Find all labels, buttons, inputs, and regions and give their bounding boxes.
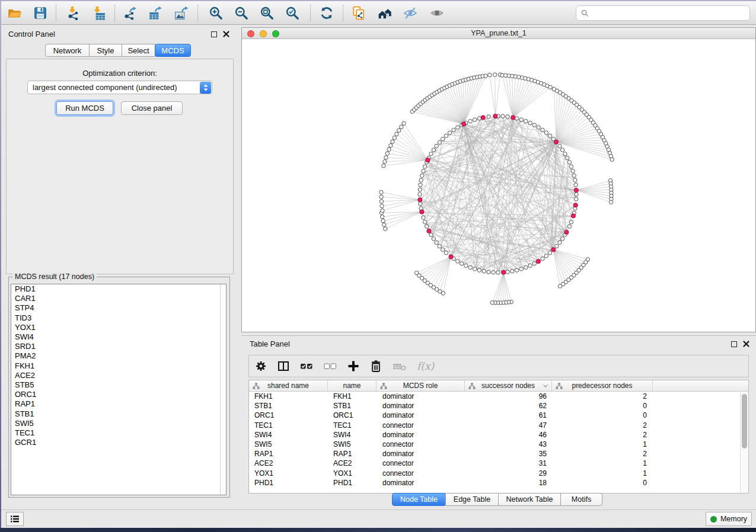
network-node[interactable]	[528, 121, 532, 124]
table-row[interactable]: STB1STB1dominator620	[249, 401, 748, 411]
network-node[interactable]	[473, 267, 477, 271]
zoom-in-button[interactable]	[206, 4, 226, 23]
minimize-window-icon[interactable]	[260, 30, 267, 37]
hide-selected-button[interactable]	[400, 4, 420, 23]
network-node[interactable]	[573, 178, 577, 182]
network-node[interactable]	[484, 74, 487, 78]
tab-node-table[interactable]: Node Table	[392, 493, 446, 506]
zoom-out-button[interactable]	[231, 4, 251, 23]
network-node[interactable]	[380, 204, 384, 208]
column-header-predecessor-nodes[interactable]: predecessor nodes	[552, 380, 653, 391]
network-node[interactable]	[482, 270, 486, 273]
table-row[interactable]: TEC1TEC1connector472	[249, 421, 748, 430]
mcds-result-item[interactable]: PHD1	[11, 284, 226, 294]
network-node[interactable]	[414, 271, 418, 274]
network-node[interactable]	[496, 271, 500, 274]
tab-edge-table[interactable]: Edge Table	[445, 493, 499, 506]
search-box[interactable]	[576, 5, 750, 21]
mcds-result-item[interactable]: SRD1	[11, 342, 226, 351]
zoom-fit-button[interactable]	[257, 4, 277, 23]
save-session-button[interactable]	[30, 4, 50, 23]
network-node[interactable]	[393, 136, 396, 139]
mcds-hub-node[interactable]	[571, 214, 575, 218]
mcds-result-item[interactable]: STB5	[11, 380, 226, 390]
search-input[interactable]	[589, 9, 749, 17]
network-node[interactable]	[380, 215, 384, 219]
network-node[interactable]	[441, 248, 444, 251]
column-header-successor-nodes[interactable]: successor nodes	[465, 380, 552, 391]
column-header-name[interactable]: name	[328, 380, 377, 391]
close-panel-button[interactable]: Close panel	[121, 101, 183, 115]
network-node[interactable]	[487, 115, 490, 118]
network-node[interactable]	[397, 129, 401, 132]
network-node[interactable]	[560, 148, 564, 152]
mcds-hub-node[interactable]	[449, 255, 453, 259]
mcds-hub-node[interactable]	[564, 230, 569, 234]
network-node[interactable]	[473, 118, 477, 121]
network-node[interactable]	[391, 140, 394, 143]
tab-network[interactable]: Network	[45, 44, 90, 57]
deselect-all-icon[interactable]	[323, 360, 337, 373]
table-row[interactable]: SWI4SWI4dominator462	[249, 430, 748, 440]
network-node[interactable]	[493, 73, 497, 76]
table-scrollbar-thumb[interactable]	[742, 394, 747, 448]
network-node[interactable]	[492, 271, 495, 274]
table-row[interactable]: SWI5SWI5connector431	[249, 440, 748, 449]
mcds-hub-node[interactable]	[554, 140, 558, 144]
close-panel-icon[interactable]	[223, 31, 229, 37]
table-row[interactable]: PHD1PHD1dominator180	[249, 478, 748, 488]
import-network-button[interactable]	[63, 4, 83, 23]
network-node[interactable]	[532, 123, 536, 127]
mcds-result-item[interactable]: YOX1	[11, 323, 226, 332]
mcds-result-item[interactable]: GCR1	[11, 438, 226, 447]
float-panel-icon[interactable]	[731, 341, 737, 347]
zoom-selected-button[interactable]	[282, 4, 302, 23]
network-node[interactable]	[541, 128, 544, 132]
network-node[interactable]	[609, 200, 613, 204]
network-node[interactable]	[528, 264, 532, 267]
network-node[interactable]	[400, 125, 403, 129]
network-node[interactable]	[572, 174, 576, 177]
network-graph[interactable]	[242, 40, 755, 332]
select-all-icon[interactable]	[299, 360, 314, 373]
network-node[interactable]	[419, 178, 423, 182]
network-node[interactable]	[444, 134, 448, 137]
network-node[interactable]	[432, 237, 435, 241]
network-node[interactable]	[515, 117, 518, 120]
table-scrollbar[interactable]	[740, 392, 748, 492]
mcds-result-item[interactable]: SWI4	[11, 332, 226, 342]
network-node[interactable]	[418, 193, 422, 196]
delete-column-icon[interactable]	[369, 360, 382, 373]
mcds-hub-node[interactable]	[511, 116, 515, 120]
copy-network-button[interactable]	[349, 4, 369, 23]
mcds-result-item[interactable]: SWI5	[11, 419, 226, 428]
mcds-hub-node[interactable]	[418, 198, 422, 202]
network-node[interactable]	[567, 225, 571, 228]
network-node[interactable]	[422, 216, 425, 219]
network-node[interactable]	[389, 143, 393, 147]
network-node[interactable]	[548, 134, 551, 137]
close-window-icon[interactable]	[247, 30, 254, 37]
network-node[interactable]	[548, 85, 552, 89]
mcds-hub-node[interactable]	[481, 116, 485, 120]
network-node[interactable]	[419, 202, 422, 206]
refresh-view-button[interactable]	[317, 4, 337, 23]
memory-button[interactable]: Memory	[706, 512, 752, 526]
network-node[interactable]	[422, 169, 425, 173]
mcds-result-item[interactable]: FKH1	[11, 361, 226, 371]
mcds-list-scrollbar[interactable]	[220, 284, 226, 495]
network-node[interactable]	[444, 251, 448, 255]
network-node[interactable]	[395, 132, 398, 136]
maximize-window-icon[interactable]	[272, 30, 279, 37]
network-node[interactable]	[566, 156, 569, 159]
network-node[interactable]	[425, 225, 428, 228]
mcds-hub-node[interactable]	[420, 210, 424, 214]
network-node[interactable]	[490, 301, 494, 305]
network-node[interactable]	[464, 264, 468, 267]
network-node[interactable]	[563, 152, 567, 156]
network-node[interactable]	[541, 257, 544, 260]
table-row[interactable]: ORC1ORC1dominator610	[249, 411, 748, 420]
column-header-mcds-role[interactable]: MCDS role	[377, 380, 465, 391]
network-node[interactable]	[537, 126, 540, 129]
float-panel-icon[interactable]	[211, 31, 217, 37]
